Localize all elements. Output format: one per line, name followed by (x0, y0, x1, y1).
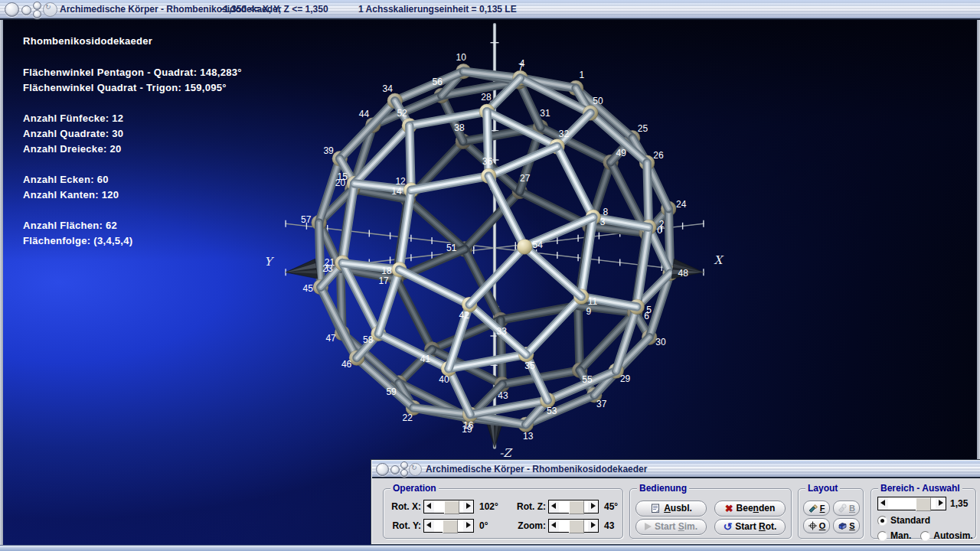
slider-track[interactable] (559, 500, 588, 513)
svg-text:56: 56 (433, 77, 443, 87)
svg-text:X: X (714, 253, 724, 267)
rot-z-slider[interactable] (548, 500, 599, 514)
window-border-left (0, 20, 3, 545)
window-button-tiny-top[interactable] (33, 2, 41, 10)
bereich-slider[interactable] (877, 497, 946, 510)
slider-thumb[interactable] (443, 520, 458, 533)
svg-text:37: 37 (596, 399, 607, 409)
slider-track[interactable] (434, 520, 463, 532)
svg-text:12: 12 (395, 176, 406, 187)
slider-track[interactable] (559, 520, 588, 532)
layout-f-button[interactable]: F (803, 500, 830, 516)
main-window-titlebar[interactable]: ↻ Archimedische Körper - Rhombenikosidod… (0, 0, 980, 20)
rot-x-slider[interactable] (423, 500, 474, 514)
layout-o-button[interactable]: O (803, 518, 830, 533)
svg-text:23: 23 (322, 263, 333, 274)
operation-group-label: Operation (390, 483, 439, 494)
svg-text:30: 30 (655, 337, 666, 347)
svg-text:29: 29 (620, 373, 631, 384)
rot-y-label: Rot. Y: (387, 520, 421, 531)
info-line: Flächenwinkel Quadrat - Trigon: 159,095° (23, 82, 227, 93)
svg-text:26: 26 (653, 150, 664, 161)
layout-b-button[interactable]: B (833, 500, 860, 516)
rot-y-slider[interactable] (423, 519, 474, 533)
crosshair-icon (808, 521, 818, 530)
slider-thumb[interactable] (444, 500, 459, 514)
svg-text:50: 50 (593, 96, 603, 106)
slider-left-arrow-icon[interactable] (424, 520, 434, 532)
rot-y-value: 0° (476, 520, 508, 531)
svg-text:44: 44 (359, 109, 370, 119)
solid-box-icon (838, 521, 848, 530)
svg-text:6: 6 (644, 311, 649, 321)
slider-left-arrow-icon[interactable] (878, 497, 888, 510)
window-button-tiny-bottom[interactable] (400, 469, 408, 477)
svg-text:2: 2 (659, 219, 665, 230)
svg-text:10: 10 (456, 52, 467, 63)
slider-thumb[interactable] (569, 500, 584, 514)
svg-text:3: 3 (600, 217, 606, 227)
svg-text:52: 52 (397, 108, 407, 119)
bedienung-group-label: Bedienung (637, 483, 689, 494)
window-button-large[interactable] (376, 463, 389, 476)
rotate-arrow-icon: ↺ (724, 522, 733, 532)
play-icon (645, 523, 652, 530)
slider-track[interactable] (434, 500, 463, 513)
svg-text:17: 17 (378, 276, 389, 286)
svg-text:47: 47 (325, 333, 336, 344)
info-line: Flächenfolge: (3,4,5,4) (23, 235, 132, 246)
slider-track[interactable] (888, 497, 936, 510)
layout-s-button[interactable]: S (833, 518, 860, 533)
radio-autosim[interactable] (920, 531, 930, 541)
svg-text:11: 11 (588, 296, 598, 307)
slider-right-arrow-icon[interactable] (588, 500, 598, 513)
slider-left-arrow-icon[interactable] (424, 500, 434, 513)
start-sim-button[interactable]: Start Sim. (635, 519, 707, 535)
svg-text:54: 54 (533, 240, 544, 250)
window-button-tiny-bottom[interactable] (33, 10, 41, 18)
svg-text:7: 7 (518, 62, 524, 73)
svg-text:8: 8 (603, 207, 609, 217)
slider-thumb[interactable] (569, 520, 584, 533)
control-window-titlebar[interactable]: ↻ Archimedische Körper - Rhombenikosidod… (372, 461, 980, 478)
hide-panel-icon (650, 504, 661, 514)
svg-text:19: 19 (462, 424, 472, 435)
layout-group-label: Layout (805, 483, 840, 494)
slider-left-arrow-icon[interactable] (549, 500, 559, 513)
window-border-bottom (0, 545, 980, 551)
rot-x-label: Rot. X: (387, 501, 421, 512)
radio-standard[interactable] (877, 516, 887, 526)
zoom-slider[interactable] (548, 519, 599, 533)
slider-left-arrow-icon[interactable] (549, 520, 559, 532)
svg-text:25: 25 (638, 123, 648, 134)
svg-text:27: 27 (520, 173, 531, 184)
app-menu-button[interactable]: ↻ (43, 2, 57, 17)
window-button-small[interactable] (21, 5, 31, 15)
rot-z-value: 45° (601, 501, 627, 512)
beenden-button[interactable]: ✖ Beenden (714, 500, 786, 517)
slider-right-arrow-icon[interactable] (463, 500, 473, 513)
svg-text:42: 42 (459, 310, 470, 321)
start-rot-button[interactable]: ↺ Start Rot. (714, 519, 786, 535)
layout-group: Layout F B O S (798, 488, 864, 539)
operation-group: Operation Rot. X: 102° Rot. Z: 45° Rot. … (383, 488, 623, 539)
slider-right-arrow-icon[interactable] (588, 520, 598, 532)
control-window-title: Archimedische Körper - Rhombenikosidodek… (426, 464, 647, 474)
radio-autosim-label: Autosim. (933, 530, 972, 541)
window-button-large[interactable] (5, 2, 19, 17)
ausbl-button[interactable]: Ausbl. (635, 500, 707, 517)
svg-text:20: 20 (335, 178, 346, 188)
radio-man[interactable] (877, 531, 887, 541)
bereich-value: 1,35 (950, 498, 968, 509)
svg-text:14: 14 (391, 186, 402, 197)
window-button-tiny-top[interactable] (400, 461, 408, 469)
info-line: Anzahl Kanten: 120 (23, 189, 119, 201)
flashlight-icon (838, 504, 848, 513)
slider-right-arrow-icon[interactable] (463, 520, 473, 532)
spiral-icon: ↻ (411, 464, 417, 471)
svg-text:34: 34 (383, 83, 394, 94)
slider-thumb[interactable] (916, 497, 931, 511)
window-button-small[interactable] (390, 465, 400, 474)
slider-right-arrow-icon[interactable] (936, 497, 946, 510)
app-menu-button[interactable]: ↻ (409, 463, 422, 476)
